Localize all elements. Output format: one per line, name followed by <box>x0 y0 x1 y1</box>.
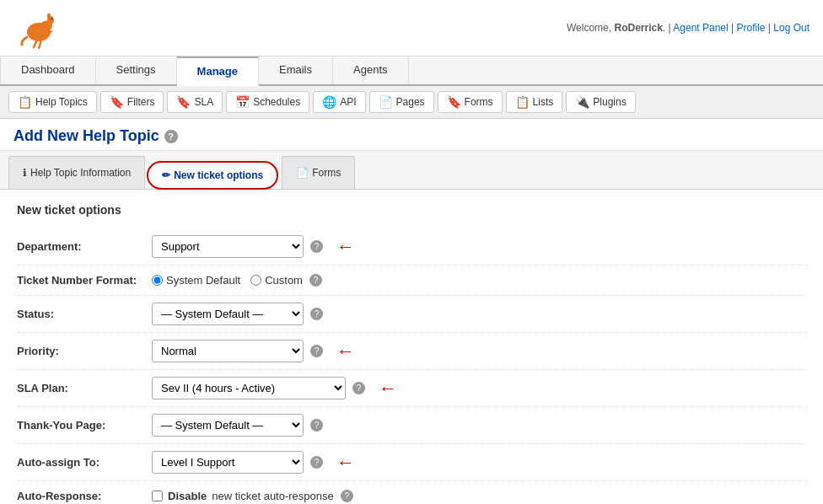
auto-response-controls: Disable new ticket auto-response ? <box>152 490 806 502</box>
department-controls: Support Level I Support Billing Technica… <box>152 235 806 258</box>
thank-you-page-label: Thank-You Page: <box>17 419 152 432</box>
nav-agents[interactable]: Agents <box>333 56 408 84</box>
nav-manage[interactable]: Manage <box>177 56 259 86</box>
page-header: osTicket Welcome, RoDerrick. | Agent Pan… <box>0 0 823 56</box>
help-topics-icon: 📋 <box>18 95 32 109</box>
ticket-number-format-controls: System Default Custom ? <box>152 274 806 287</box>
pages-icon: 📄 <box>379 95 393 109</box>
ticket-number-format-label: Ticket Number Format: <box>17 274 152 287</box>
auto-response-row: Auto-Response: Disable new ticket auto-r… <box>17 481 806 504</box>
auto-assign-select[interactable]: Level I Support Support Technical <box>152 451 304 474</box>
department-label: Department: <box>17 240 152 253</box>
subnav-forms[interactable]: 🔖Forms <box>438 91 503 113</box>
auto-assign-arrow: ← <box>336 452 355 474</box>
subnav-schedules[interactable]: 📅Schedules <box>226 91 309 113</box>
section-title: New ticket options <box>17 203 806 217</box>
status-label: Status: <box>17 308 152 320</box>
auto-response-label: Auto-Response: <box>17 490 152 502</box>
system-default-radio[interactable] <box>152 275 163 286</box>
subnav-pages[interactable]: 📄Pages <box>369 91 434 113</box>
edit-icon: ✏ <box>162 169 170 181</box>
status-help-icon[interactable]: ? <box>310 308 323 320</box>
lists-icon: 📋 <box>515 95 530 109</box>
auto-response-text: new ticket auto-response <box>212 490 334 502</box>
info-icon: ℹ <box>23 167 27 179</box>
page-title-help-icon[interactable]: ? <box>164 130 178 143</box>
subnav-api[interactable]: 🌐API <box>313 91 365 113</box>
department-arrow: ← <box>336 236 355 258</box>
thank-you-page-select[interactable]: — System Default — <box>152 414 304 437</box>
forms-icon: 🔖 <box>447 95 461 109</box>
custom-radio[interactable] <box>250 275 261 286</box>
subnav-sla[interactable]: 🔖SLA <box>167 91 223 113</box>
status-select[interactable]: — System Default — Open Closed <box>152 303 304 325</box>
nav-settings[interactable]: Settings <box>96 56 177 84</box>
schedules-icon: 📅 <box>235 95 250 109</box>
sub-navigation: 📋Help Topics 🔖Filters 🔖SLA 📅Schedules 🌐A… <box>0 86 823 119</box>
thank-you-page-controls: — System Default — ? <box>152 414 806 437</box>
priority-arrow: ← <box>336 340 355 362</box>
system-default-radio-label[interactable]: System Default <box>152 274 240 287</box>
logo: osTicket <box>13 7 64 49</box>
tab-new-ticket-options[interactable]: ✏ New ticket options <box>147 161 278 190</box>
ticket-number-format-radios: System Default Custom <box>152 274 303 287</box>
custom-radio-label[interactable]: Custom <box>250 274 303 287</box>
auto-assign-controls: Level I Support Support Technical ? ← <box>152 451 806 474</box>
auto-assign-row: Auto-assign To: Level I Support Support … <box>17 444 806 481</box>
auto-response-checkbox-row: Disable new ticket auto-response <box>152 490 334 502</box>
logout-link[interactable]: Log Out <box>773 22 810 34</box>
department-select[interactable]: Support Level I Support Billing Technica… <box>152 235 304 258</box>
subnav-plugins[interactable]: 🔌Plugins <box>566 91 635 113</box>
auto-response-checkbox[interactable] <box>152 491 163 501</box>
tab-forms[interactable]: 📄 Forms <box>282 156 355 189</box>
ticket-format-help-icon[interactable]: ? <box>309 274 322 287</box>
status-row: Status: — System Default — Open Closed ? <box>17 296 806 333</box>
priority-row: Priority: Normal Low High Critical ? ← <box>17 333 806 370</box>
header-welcome: Welcome, RoDerrick. | Agent Panel | Prof… <box>567 22 810 34</box>
subnav-filters[interactable]: 🔖Filters <box>100 91 164 113</box>
auto-assign-help-icon[interactable]: ? <box>310 456 323 469</box>
form-tabs: ℹ Help Topic Information ✏ New ticket op… <box>0 151 823 190</box>
nav-dashboard[interactable]: Dashboard <box>0 56 96 84</box>
api-icon: 🌐 <box>322 95 336 109</box>
sla-plan-row: SLA Plan: Sev II (4 hours - Active) Sev … <box>17 370 806 407</box>
svg-text:osTicket: osTicket <box>18 47 56 50</box>
auto-assign-label: Auto-assign To: <box>17 456 152 469</box>
sla-plan-label: SLA Plan: <box>17 382 152 394</box>
priority-controls: Normal Low High Critical ? ← <box>152 340 806 362</box>
sla-plan-controls: Sev II (4 hours - Active) Sev I (1 hour … <box>152 377 806 399</box>
priority-help-icon[interactable]: ? <box>310 345 323 357</box>
forms-tab-icon: 📄 <box>296 167 309 179</box>
status-controls: — System Default — Open Closed ? <box>152 303 806 325</box>
agent-panel-link[interactable]: Agent Panel <box>673 22 728 34</box>
sla-arrow: ← <box>379 378 397 399</box>
auto-response-help-icon[interactable]: ? <box>341 490 353 502</box>
main-navigation: Dashboard Settings Manage Emails Agents <box>0 56 823 86</box>
sla-plan-help-icon[interactable]: ? <box>352 382 365 394</box>
subnav-help-topics[interactable]: 📋Help Topics <box>8 91 97 113</box>
auto-response-disable-label: Disable <box>168 490 207 502</box>
thank-you-help-icon[interactable]: ? <box>310 419 323 432</box>
plugins-icon: 🔌 <box>575 95 589 109</box>
priority-select[interactable]: Normal Low High Critical <box>152 340 304 362</box>
thank-you-page-row: Thank-You Page: — System Default — ? <box>17 407 806 444</box>
ticket-number-format-row: Ticket Number Format: System Default Cus… <box>17 265 806 296</box>
tab-help-topic-information[interactable]: ℹ Help Topic Information <box>8 156 145 189</box>
department-help-icon[interactable]: ? <box>310 240 323 253</box>
priority-label: Priority: <box>17 345 152 357</box>
form-area: New ticket options Department: Support L… <box>0 190 823 504</box>
svg-point-3 <box>47 13 51 19</box>
subnav-lists[interactable]: 📋Lists <box>506 91 563 113</box>
nav-emails[interactable]: Emails <box>259 56 333 84</box>
svg-point-4 <box>51 19 53 20</box>
profile-link[interactable]: Profile <box>736 22 765 34</box>
sla-plan-select[interactable]: Sev II (4 hours - Active) Sev I (1 hour … <box>152 377 346 399</box>
filters-icon: 🔖 <box>110 95 124 109</box>
page-title-bar: Add New Help Topic ? <box>0 119 823 151</box>
page-title: Add New Help Topic ? <box>13 127 810 145</box>
department-row: Department: Support Level I Support Bill… <box>17 228 806 265</box>
sla-icon: 🔖 <box>176 95 191 109</box>
